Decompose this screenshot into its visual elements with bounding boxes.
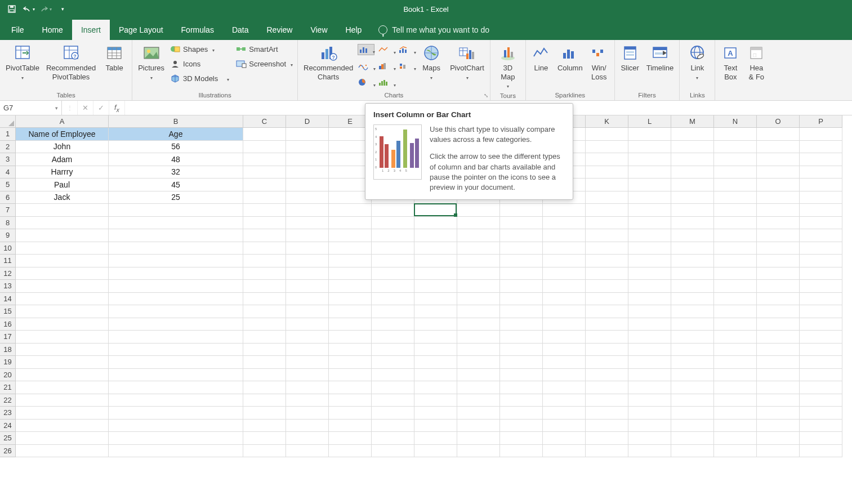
cell-C22[interactable]: [243, 394, 286, 407]
cell-C5[interactable]: [243, 179, 286, 191]
cell-A6[interactable]: Jack: [16, 191, 109, 204]
cell-J9[interactable]: [543, 229, 586, 242]
cell-K22[interactable]: [586, 394, 628, 407]
cell-A16[interactable]: [16, 318, 109, 331]
cell-A22[interactable]: [16, 394, 109, 407]
cell-N17[interactable]: [714, 331, 757, 344]
shapes-button[interactable]: Shapes: [169, 43, 230, 55]
cell-K9[interactable]: [586, 229, 628, 242]
cell-F16[interactable]: [372, 318, 414, 331]
cell-C20[interactable]: [243, 369, 286, 382]
cell-G17[interactable]: [414, 331, 457, 344]
cell-M9[interactable]: [671, 229, 714, 242]
cell-G8[interactable]: [414, 217, 457, 230]
cell-P23[interactable]: [800, 407, 842, 420]
cell-L19[interactable]: [628, 356, 671, 369]
cell-F22[interactable]: [372, 394, 414, 407]
cell-G26[interactable]: [414, 445, 457, 458]
cell-J16[interactable]: [543, 318, 586, 331]
cell-D10[interactable]: [286, 242, 329, 255]
cell-A7[interactable]: [16, 204, 109, 217]
cell-H23[interactable]: [457, 407, 500, 420]
line-chart-button[interactable]: ▾: [378, 44, 395, 55]
cell-N11[interactable]: [714, 255, 757, 267]
cell-K25[interactable]: [586, 432, 628, 445]
col-header-D[interactable]: D: [286, 115, 329, 128]
cell-C16[interactable]: [243, 318, 286, 331]
cell-L23[interactable]: [628, 407, 671, 420]
cell-A11[interactable]: [16, 255, 109, 267]
cell-E15[interactable]: [329, 305, 372, 318]
cell-F25[interactable]: [372, 432, 414, 445]
cell-P16[interactable]: [800, 318, 842, 331]
tab-review[interactable]: Review: [258, 20, 302, 40]
cell-K8[interactable]: [586, 217, 628, 230]
row-header-18[interactable]: 18: [0, 344, 16, 356]
tab-page-layout[interactable]: Page Layout: [110, 20, 172, 40]
cell-K18[interactable]: [586, 344, 628, 356]
cell-I16[interactable]: [500, 318, 543, 331]
cell-D12[interactable]: [286, 267, 329, 280]
cell-F14[interactable]: [372, 293, 414, 306]
cell-D16[interactable]: [286, 318, 329, 331]
cell-J22[interactable]: [543, 394, 586, 407]
cell-J8[interactable]: [543, 217, 586, 230]
text-box-button[interactable]: A Text Box: [719, 42, 742, 82]
cell-A24[interactable]: [16, 420, 109, 432]
cell-C25[interactable]: [243, 432, 286, 445]
cell-I25[interactable]: [500, 432, 543, 445]
cell-J23[interactable]: [543, 407, 586, 420]
cell-P7[interactable]: [800, 204, 842, 217]
cell-B12[interactable]: [109, 267, 243, 280]
cell-A17[interactable]: [16, 331, 109, 344]
cell-L25[interactable]: [628, 432, 671, 445]
cell-N9[interactable]: [714, 229, 757, 242]
cell-K26[interactable]: [586, 445, 628, 458]
row-header-13[interactable]: 13: [0, 280, 16, 293]
scatter-chart-button[interactable]: ▾: [358, 60, 374, 72]
cell-P22[interactable]: [800, 394, 842, 407]
cell-N3[interactable]: [714, 153, 757, 166]
cell-P5[interactable]: [800, 179, 842, 191]
cell-N10[interactable]: [714, 242, 757, 255]
cell-N19[interactable]: [714, 356, 757, 369]
stock-chart-button[interactable]: ▾: [398, 60, 415, 72]
cell-F11[interactable]: [372, 255, 414, 267]
cell-L6[interactable]: [628, 191, 671, 204]
cell-I17[interactable]: [500, 331, 543, 344]
cell-L22[interactable]: [628, 394, 671, 407]
cell-B4[interactable]: 32: [109, 166, 243, 179]
cell-D21[interactable]: [286, 381, 329, 394]
cell-M11[interactable]: [671, 255, 714, 267]
cell-I15[interactable]: [500, 305, 543, 318]
row-header-1[interactable]: 1: [0, 128, 16, 141]
cell-B9[interactable]: [109, 229, 243, 242]
cell-N21[interactable]: [714, 381, 757, 394]
cell-D25[interactable]: [286, 432, 329, 445]
cell-C11[interactable]: [243, 255, 286, 267]
name-box[interactable]: G7: [0, 101, 62, 115]
cell-J26[interactable]: [543, 445, 586, 458]
charts-dialog-launcher[interactable]: ⤡: [484, 92, 488, 99]
cell-G9[interactable]: [414, 229, 457, 242]
cell-P25[interactable]: [800, 432, 842, 445]
row-header-7[interactable]: 7: [0, 204, 16, 217]
cell-L4[interactable]: [628, 166, 671, 179]
cell-B1[interactable]: Age: [109, 128, 243, 141]
cell-M18[interactable]: [671, 344, 714, 356]
cell-B19[interactable]: [109, 356, 243, 369]
cell-A15[interactable]: [16, 305, 109, 318]
tab-data[interactable]: Data: [223, 20, 258, 40]
cell-O8[interactable]: [757, 217, 800, 230]
recommended-charts-button[interactable]: ? Recommended Charts: [301, 42, 355, 82]
cell-E25[interactable]: [329, 432, 372, 445]
cell-P10[interactable]: [800, 242, 842, 255]
cell-G15[interactable]: [414, 305, 457, 318]
cell-B13[interactable]: [109, 280, 243, 293]
save-button[interactable]: [5, 2, 19, 16]
cell-D24[interactable]: [286, 420, 329, 432]
cell-A12[interactable]: [16, 267, 109, 280]
timeline-button[interactable]: Timeline: [644, 42, 676, 74]
cell-K16[interactable]: [586, 318, 628, 331]
qat-customize[interactable]: ▾: [55, 2, 70, 16]
